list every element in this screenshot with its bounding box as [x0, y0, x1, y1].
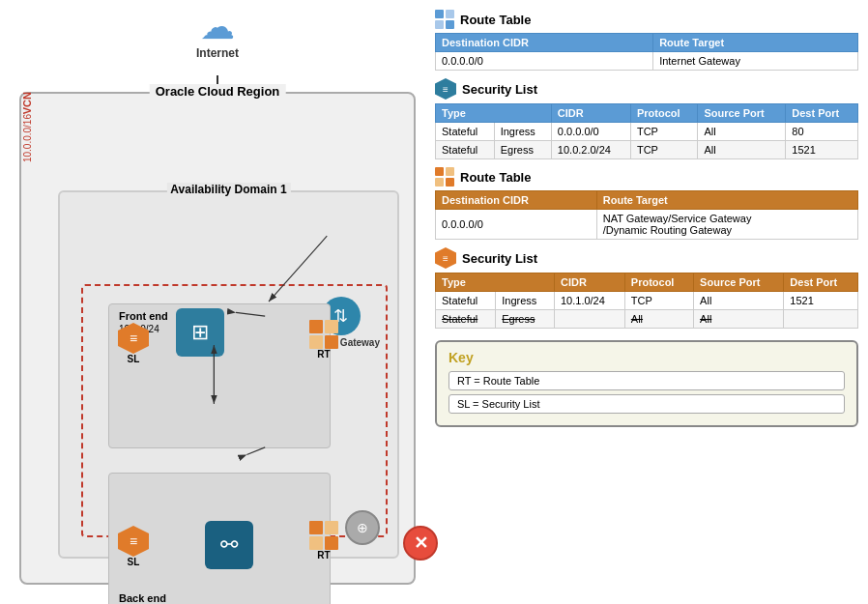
sl1-sub-1: Ingress [494, 123, 551, 141]
sl2-title: Security List [462, 251, 537, 266]
sl2-cidr-1: 10.1.0/24 [554, 292, 624, 310]
sl1-type-1: Stateful [436, 123, 495, 141]
diagram-area: ☁ Internet Oracle Cloud Region Availabil… [10, 10, 425, 594]
sl1-row-2: Stateful Egress 10.0.2.0/24 TCP All 1521 [436, 141, 858, 159]
vcn-label: VCN 10.0.0.0/16 [21, 92, 33, 162]
avail-domain-label: Availability Domain 1 [166, 183, 290, 196]
sl1-cidr-2: 10.0.2.0/24 [551, 141, 630, 159]
frontend-sl: ≡ SL [118, 323, 149, 364]
sl1-dport-1: 80 [786, 123, 858, 141]
security-list-1: Type CIDR Protocol Source Port Dest Port… [435, 103, 858, 159]
sl1-row-1: Stateful Ingress 0.0.0.0/0 TCP All 80 [436, 123, 858, 141]
sl2-icon: ≡ [435, 247, 456, 269]
rt2-header: Route Table [435, 167, 858, 187]
frontend-sl-label: SL [128, 354, 140, 364]
sl1-protocol-2: TCP [630, 141, 697, 159]
frontend-label: Front end [119, 310, 168, 322]
sl1-sport-1: All [698, 123, 786, 141]
route-table-2: Destination CIDR Route Target 0.0.0.0/0 … [435, 190, 858, 240]
avail-domain: Availability Domain 1 ⇅ Internet Gateway… [58, 190, 399, 559]
backend-sl-label: SL [128, 557, 140, 567]
rt1-col-target: Route Target [653, 34, 858, 52]
key-item-sl: SL = Security List [448, 394, 845, 414]
internet-cloud: ☁ Internet [196, 10, 239, 60]
sl1-type-2: Stateful [436, 141, 495, 159]
sl2-col-type: Type [436, 273, 555, 292]
backend-db-icon: ⚯ [205, 521, 253, 569]
sl1-col-dport: Dest Port [786, 104, 858, 123]
cloud-icon: ☁ [200, 10, 235, 44]
nat-blocked-icon: ✕ [403, 526, 438, 561]
frontend-rt: RT [309, 320, 338, 360]
sl2-row-2: Stateful Egress All All [436, 310, 858, 329]
security-list-1-block: ≡ Security List Type CIDR Protocol Sourc… [435, 78, 858, 159]
sl2-cidr-2 [554, 310, 624, 329]
backend-rt: RT [309, 521, 338, 561]
route-table-1: Destination CIDR Route Target 0.0.0.0/0 … [435, 33, 858, 71]
sgw-icon: ⊕ [345, 510, 380, 545]
sl2-type-2: Stateful [436, 310, 496, 329]
rt2-col-target: Route Target [596, 191, 857, 210]
rt2-col-dest: Destination CIDR [436, 191, 597, 210]
sl2-sport-2: All [694, 310, 784, 329]
rt1-col-dest: Destination CIDR [436, 34, 653, 52]
backend-rt-label: RT [317, 550, 330, 561]
backend-sl-icon: ≡ [118, 526, 149, 557]
sl2-sub-2: Egress [496, 310, 555, 329]
key-title: Key [448, 350, 845, 365]
sl2-sub-1: Ingress [496, 292, 555, 310]
vcn-cidr: 10.0.0.0/16 [22, 114, 33, 162]
sl2-dport-1: 1521 [784, 292, 858, 310]
sl2-protocol-1: TCP [624, 292, 693, 310]
sl1-title: Security List [462, 82, 537, 97]
sl2-col-dport: Dest Port [784, 273, 858, 292]
rt1-target-1: Internet Gateway [653, 52, 858, 71]
sl1-col-sport: Source Port [698, 104, 786, 123]
backend-label: Back end [119, 592, 166, 604]
backend-server-icon: ⚯ [205, 521, 253, 569]
rt1-row-1: 0.0.0.0/0 Internet Gateway [436, 52, 858, 71]
sl2-col-cidr: CIDR [554, 273, 624, 292]
security-list-2: Type CIDR Protocol Source Port Dest Port… [435, 273, 858, 329]
internet-label: Internet [196, 46, 239, 60]
rt2-icon [435, 167, 454, 187]
backend-sl: ≡ SL [118, 526, 149, 567]
rt1-icon [435, 10, 454, 29]
vcn-text: VCN [21, 92, 33, 114]
sl1-protocol-1: TCP [630, 123, 697, 141]
rt1-header: Route Table [435, 10, 858, 29]
security-list-2-block: ≡ Security List Type CIDR Protocol Sourc… [435, 247, 858, 329]
rt2-row-1: 0.0.0.0/0 NAT Gateway/Service Gateway/Dy… [436, 210, 858, 240]
frontend-sl-icon: ≡ [118, 323, 149, 354]
sl1-icon: ≡ [435, 78, 456, 100]
rt2-target-1: NAT Gateway/Service Gateway/Dynamic Rout… [596, 210, 857, 240]
key-box: Key RT = Route Table SL = Security List [435, 340, 858, 427]
server-grid-icon: ⊞ [176, 308, 224, 357]
sl1-col-protocol: Protocol [630, 104, 697, 123]
rt1-dest-1: 0.0.0.0/0 [436, 52, 653, 71]
sl1-header: ≡ Security List [435, 78, 858, 100]
rt2-title: Route Table [460, 170, 531, 185]
sl2-protocol-2: All [624, 310, 693, 329]
sl2-row-1: Stateful Ingress 10.1.0/24 TCP All 1521 [436, 292, 858, 310]
right-panel: Route Table Destination CIDR Route Targe… [435, 10, 858, 594]
sl1-dport-2: 1521 [786, 141, 858, 159]
backend-rt-icon [309, 521, 338, 550]
rt1-title: Route Table [460, 13, 531, 27]
frontend-rt-label: RT [317, 349, 330, 360]
oracle-region-label: Oracle Cloud Region [150, 84, 286, 99]
route-table-2-block: Route Table Destination CIDR Route Targe… [435, 167, 858, 240]
sl2-type-1: Stateful [436, 292, 496, 310]
sl1-sport-2: All [698, 141, 786, 159]
oracle-region: Oracle Cloud Region Availability Domain … [19, 92, 416, 585]
sl2-col-sport: Source Port [694, 273, 784, 292]
route-table-1-block: Route Table Destination CIDR Route Targe… [435, 10, 858, 71]
frontend-server-icon: ⊞ [176, 308, 224, 357]
rt2-dest-1: 0.0.0.0/0 [436, 210, 597, 240]
key-item-rt: RT = Route Table [448, 371, 845, 390]
frontend-rt-icon [309, 320, 338, 349]
sl1-sub-2: Egress [494, 141, 551, 159]
sl1-col-cidr: CIDR [551, 104, 630, 123]
sl1-cidr-1: 0.0.0.0/0 [551, 123, 630, 141]
sl2-header: ≡ Security List [435, 247, 858, 269]
